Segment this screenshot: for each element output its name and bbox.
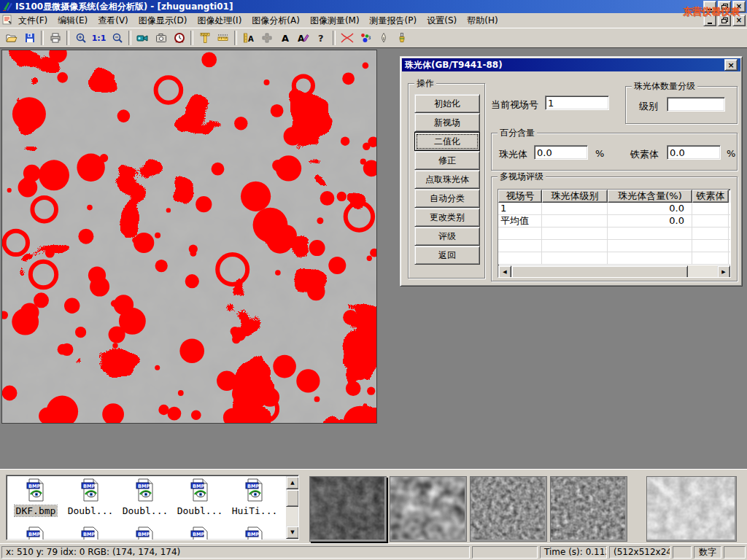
menu-image-measure[interactable]: 图像测量(M) bbox=[305, 13, 365, 28]
menu-settings[interactable]: 设置(S) bbox=[422, 13, 462, 28]
binarize-button[interactable]: 二值化 bbox=[414, 132, 480, 151]
file-item[interactable]: BMP DKF.bmp bbox=[9, 478, 62, 516]
preview-thumbnail-1[interactable] bbox=[309, 476, 387, 542]
menu-edit[interactable]: 编辑(E) bbox=[53, 13, 93, 28]
ferrite-percent-input[interactable] bbox=[667, 145, 721, 160]
col-field-no[interactable]: 视场号 bbox=[498, 190, 542, 203]
menu-measure-report[interactable]: 测量报告(P) bbox=[365, 13, 422, 28]
scrollbar-thumb[interactable] bbox=[511, 265, 688, 278]
file-item[interactable]: BMP Doubl... bbox=[119, 478, 171, 516]
file-item[interactable]: BMP bbox=[228, 526, 281, 540]
pearlite-percent-input[interactable] bbox=[534, 145, 588, 160]
grade-input[interactable] bbox=[667, 97, 725, 112]
file-name-selected[interactable]: DKF.bmp bbox=[15, 505, 58, 516]
print-button[interactable] bbox=[46, 30, 64, 47]
pick-pearlite-button[interactable]: 点取珠光体 bbox=[414, 170, 480, 189]
file-name[interactable]: Doubl... bbox=[66, 505, 115, 516]
measure-annotate-button[interactable]: A bbox=[239, 30, 258, 47]
grade-button[interactable]: 评级 bbox=[414, 227, 480, 246]
file-name[interactable]: HuiTi... bbox=[231, 505, 279, 516]
preview-thumbnail-5[interactable] bbox=[646, 476, 737, 542]
text-label-button[interactable]: A bbox=[276, 30, 294, 47]
help-button[interactable]: ? bbox=[312, 30, 330, 47]
video-camera-button[interactable] bbox=[133, 30, 152, 47]
file-item[interactable]: BMP bbox=[174, 526, 226, 540]
menu-image-analysis[interactable]: 图像分析(A) bbox=[247, 13, 305, 28]
menu-help[interactable]: 帮助(H) bbox=[462, 13, 503, 28]
table-row[interactable]: 平均值 0.0 bbox=[498, 215, 730, 228]
horizontal-ruler-button[interactable] bbox=[214, 30, 232, 47]
correct-button[interactable]: 修正 bbox=[414, 151, 480, 170]
file-item[interactable]: BMP bbox=[64, 526, 117, 540]
fill-brush-icon bbox=[398, 32, 406, 44]
preview-thumbnail-4[interactable] bbox=[550, 476, 627, 542]
file-list-scrollbar[interactable]: ▲ ▼ bbox=[286, 476, 298, 539]
particle-classify-button[interactable]: 3 bbox=[356, 30, 374, 47]
restore-button[interactable] bbox=[718, 1, 731, 12]
file-item[interactable]: BMP bbox=[9, 526, 62, 540]
preview-thumbnail-3[interactable] bbox=[470, 476, 547, 542]
col-ferrite[interactable]: 铁素体 bbox=[692, 190, 729, 203]
col-pearlite-grade[interactable]: 珠光体级别 bbox=[542, 190, 608, 203]
fill-brush-button[interactable] bbox=[392, 30, 411, 47]
menu-file[interactable]: 文件(F) bbox=[13, 13, 53, 28]
zoom-out-button[interactable] bbox=[108, 30, 126, 47]
status-mode: 数字 bbox=[694, 546, 721, 559]
file-item[interactable]: BMP Doubl... bbox=[174, 478, 226, 516]
scroll-up-icon[interactable]: ▲ bbox=[286, 476, 299, 489]
text-edit-button[interactable]: A bbox=[294, 30, 312, 47]
preview-thumbnail-2[interactable] bbox=[390, 476, 467, 542]
close-button[interactable]: × bbox=[732, 1, 746, 12]
scroll-left-icon[interactable]: ◀ bbox=[498, 265, 511, 278]
mdi-close-button[interactable]: × bbox=[732, 15, 746, 26]
table-row[interactable]: 1 0.0 bbox=[498, 203, 730, 215]
menu-image-display[interactable]: 图像显示(D) bbox=[133, 13, 193, 28]
change-class-button[interactable]: 更改类别 bbox=[414, 208, 480, 227]
col-pearlite-content[interactable]: 珠光体含量(%) bbox=[608, 190, 692, 203]
snapshot-camera-button[interactable] bbox=[152, 30, 170, 47]
file-name[interactable]: Doubl... bbox=[176, 505, 225, 516]
actual-size-button[interactable]: 1:1 bbox=[90, 30, 108, 47]
cell-ferrite bbox=[692, 215, 729, 227]
save-button[interactable] bbox=[20, 30, 39, 47]
auto-classify-button[interactable]: 自动分类 bbox=[414, 189, 480, 208]
scroll-right-icon[interactable]: ▶ bbox=[717, 265, 730, 278]
curve-tool-button[interactable] bbox=[338, 30, 356, 47]
pointer-pen-button[interactable] bbox=[374, 30, 392, 47]
metallographic-image[interactable] bbox=[1, 50, 377, 424]
scrollbar-track bbox=[286, 507, 298, 526]
minimize-button[interactable] bbox=[703, 1, 716, 12]
zoom-in-button[interactable] bbox=[71, 30, 90, 47]
mdi-restore-button[interactable] bbox=[718, 15, 731, 26]
ferrite-label: 铁素体 bbox=[630, 148, 659, 161]
current-field-label: 当前视场号 bbox=[491, 98, 538, 112]
table-row[interactable] bbox=[498, 228, 730, 240]
timer-clock-button[interactable] bbox=[170, 30, 188, 47]
dialog-title-bar[interactable]: 珠光体(GB/T9441-88) × bbox=[402, 58, 740, 71]
file-name[interactable]: Doubl... bbox=[121, 505, 170, 516]
current-field-input[interactable] bbox=[545, 96, 609, 110]
grid-cross-button[interactable] bbox=[258, 30, 276, 47]
actual-size-icon: 1:1 bbox=[92, 34, 107, 43]
dialog-close-button[interactable]: × bbox=[724, 59, 738, 71]
bmp-file-icon: BMP bbox=[79, 526, 102, 540]
scrollbar-thumb[interactable] bbox=[286, 489, 299, 507]
file-item[interactable]: BMP HuiTi... bbox=[228, 478, 281, 516]
init-button[interactable]: 初始化 bbox=[414, 94, 480, 113]
scroll-down-icon[interactable]: ▼ bbox=[286, 526, 299, 539]
menu-image-process[interactable]: 图像处理(I) bbox=[192, 13, 247, 28]
return-button[interactable]: 返回 bbox=[414, 246, 480, 265]
zoom-out-icon bbox=[112, 32, 123, 44]
table-row[interactable] bbox=[498, 252, 730, 265]
pointer-pen-icon bbox=[379, 32, 388, 44]
mdi-minimize-button[interactable] bbox=[703, 15, 716, 26]
open-file-button[interactable] bbox=[2, 30, 20, 47]
table-h-scrollbar[interactable]: ◀ ▶ bbox=[498, 265, 730, 277]
file-item[interactable]: BMP Doubl... bbox=[64, 478, 117, 516]
new-field-button[interactable]: 新视场 bbox=[414, 113, 480, 132]
table-row[interactable] bbox=[498, 240, 730, 252]
vertical-caliper-button[interactable] bbox=[196, 30, 214, 47]
file-item[interactable]: BMP bbox=[119, 526, 171, 540]
menu-view[interactable]: 查看(V) bbox=[93, 13, 133, 28]
document-icon[interactable] bbox=[1, 14, 13, 28]
